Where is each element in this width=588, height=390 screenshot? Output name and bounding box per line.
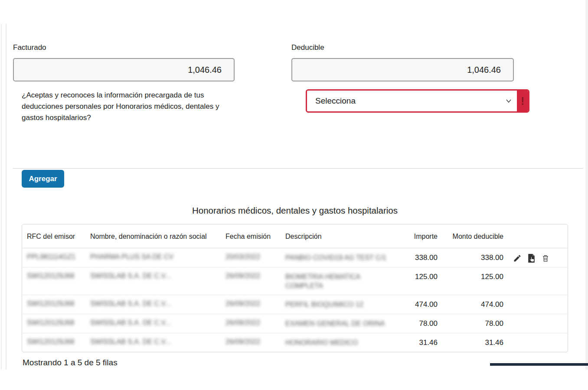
- table-body: PPL981114GZ1 PHARMA PLUS SA DE CV 20/03/…: [22, 248, 568, 352]
- select-box[interactable]: Selecciona: [307, 91, 517, 111]
- cell-importe: 78.00: [397, 314, 438, 333]
- table-title: Honorarios médicos, dentales y gastos ho…: [22, 205, 568, 216]
- left-edge-line: [1, 24, 2, 370]
- pointer-cursor-icon: [529, 256, 536, 263]
- cell-actions: [504, 267, 568, 295]
- cell-actions: [504, 314, 568, 333]
- cell-importe: 125.00: [397, 267, 438, 295]
- cell-descripcion: PERFIL BIOQUIMICO 12: [281, 295, 397, 314]
- cell-nombre: SWISSLAB S.A. DE C.V...: [85, 267, 221, 295]
- row-actions: [509, 253, 566, 263]
- section-divider: [13, 168, 583, 169]
- cell-rfc: SWI120129J68: [22, 267, 85, 295]
- cell-nombre: SWISSLAB S.A. DE C.V...: [85, 333, 221, 352]
- cell-nombre: SWISSLAB S.A. DE C.V...: [85, 314, 221, 333]
- pagination-status: Mostrando 1 a 5 de 5 filas: [23, 358, 118, 367]
- cell-fecha: 26/09/2022: [221, 314, 281, 333]
- page: Facturado Deducible ¿Aceptas y reconoces…: [0, 0, 588, 390]
- table-row[interactable]: SWI120129J68 SWISSLAB S.A. DE C.V... 26/…: [22, 314, 568, 333]
- deducible-label: Deducible: [291, 43, 324, 52]
- content-area: Facturado Deducible ¿Aceptas y reconoces…: [0, 0, 588, 370]
- cell-monto: 474.00: [438, 295, 504, 314]
- acceptance-question: ¿Aceptas y reconoces la información prec…: [22, 90, 225, 124]
- cell-fecha: 26/09/2022: [221, 267, 281, 295]
- cell-monto: 338.00: [438, 248, 504, 267]
- cell-rfc: SWI120129J68: [22, 314, 85, 333]
- cell-descripcion: HONORARIO MEDICO: [281, 333, 397, 352]
- cell-rfc: PPL981114GZ1: [22, 248, 85, 267]
- left-edge-line-2: [6, 24, 7, 370]
- table-row[interactable]: SWI120129J68 SWISSLAB S.A. DE C.V... 26/…: [22, 333, 568, 352]
- cell-actions: [504, 333, 568, 352]
- select-value: Selecciona: [315, 96, 356, 106]
- col-importe: Importe: [397, 224, 438, 248]
- col-rfc: RFC del emisor: [22, 224, 85, 248]
- table-header-row: RFC del emisor Nombre, denominación o ra…: [22, 224, 568, 248]
- cell-nombre: PHARMA PLUS SA DE CV: [85, 248, 221, 267]
- table-row[interactable]: SWI120129J68 SWISSLAB S.A. DE C.V... 26/…: [22, 295, 568, 314]
- deductions-table: RFC del emisor Nombre, denominación o ra…: [22, 224, 568, 352]
- col-fecha: Fecha emisión: [221, 224, 281, 248]
- cell-importe: 31.46: [397, 333, 438, 352]
- cell-actions: [504, 248, 568, 267]
- cell-nombre: SWISSLAB S.A. DE C.V...: [85, 295, 221, 314]
- cell-importe: 338.00: [397, 248, 438, 267]
- facturado-input[interactable]: [13, 58, 235, 81]
- bottom-widget-bar: [490, 363, 588, 366]
- deducible-input[interactable]: [291, 58, 514, 81]
- edit-pencil-icon[interactable]: [513, 254, 522, 263]
- cell-descripcion: EXAMEN GENERAL DE ORINA: [281, 314, 397, 333]
- col-nombre: Nombre, denominación o razón social: [85, 224, 221, 248]
- alert-exclamation-badge: !: [517, 91, 528, 111]
- cell-rfc: SWI120129J68: [22, 333, 85, 352]
- accept-select[interactable]: Selecciona !: [306, 89, 529, 113]
- cell-fecha: 26/09/2022: [221, 295, 281, 314]
- trash-icon[interactable]: [542, 254, 550, 263]
- cell-monto: 31.46: [438, 333, 504, 352]
- cell-descripcion: PANBIO COVID19 AG TEST C/1: [281, 248, 397, 267]
- col-actions: [504, 224, 568, 248]
- cell-fecha: 20/03/2022: [221, 248, 281, 267]
- cell-monto: 78.00: [438, 314, 504, 333]
- cell-descripcion: BIOMETRIA HEMATICA COMPLETA: [281, 267, 397, 295]
- table-row[interactable]: PPL981114GZ1 PHARMA PLUS SA DE CV 20/03/…: [22, 248, 568, 267]
- cell-actions: [504, 295, 568, 314]
- cell-rfc: SWI120129J68: [22, 295, 85, 314]
- cell-importe: 474.00: [397, 295, 438, 314]
- cell-fecha: 26/09/2022: [221, 333, 281, 352]
- chevron-down-icon: [506, 98, 512, 104]
- agregar-button[interactable]: Agregar: [22, 170, 64, 188]
- cell-monto: 125.00: [438, 267, 504, 295]
- table-row[interactable]: SWI120129J68 SWISSLAB S.A. DE C.V... 26/…: [22, 267, 568, 295]
- col-monto: Monto deducible: [438, 224, 504, 248]
- facturado-label: Facturado: [13, 43, 46, 52]
- document-cursor-icon[interactable]: [527, 254, 536, 263]
- col-descripcion: Descripción: [281, 224, 397, 248]
- right-edge-strip: [585, 0, 588, 370]
